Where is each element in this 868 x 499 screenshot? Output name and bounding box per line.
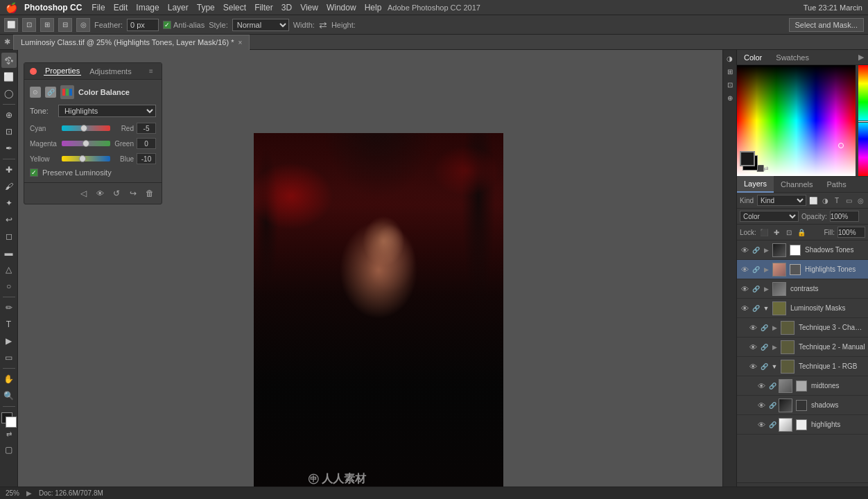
- layer-expand-technique2[interactable]: ▶: [770, 343, 779, 351]
- layer-eye-shadows[interactable]: 👁: [756, 401, 766, 410]
- apple-menu[interactable]: 🍎: [6, 2, 17, 13]
- tone-select[interactable]: Shadows Midtones Highlights: [58, 105, 156, 117]
- menu-filter[interactable]: Filter: [254, 3, 273, 12]
- swap-icon[interactable]: ⇄: [319, 19, 327, 30]
- layer-expand-technique3[interactable]: ▶: [770, 324, 779, 332]
- feather-input[interactable]: [127, 19, 159, 31]
- foreground-swatch[interactable]: [740, 151, 755, 166]
- tool-marquee[interactable]: ⬜: [1, 69, 17, 85]
- properties-close-btn[interactable]: [30, 68, 37, 75]
- color-picker-area[interactable]: ⬛ ⇄: [737, 65, 868, 176]
- tool-eraser[interactable]: ◻: [1, 229, 17, 244]
- lock-all-icon[interactable]: 🔒: [797, 227, 806, 237]
- layer-link-technique1[interactable]: 🔗: [760, 362, 768, 371]
- filter-shape-icon[interactable]: ▭: [844, 195, 853, 205]
- tool-gradient[interactable]: ▬: [1, 245, 17, 261]
- filter-select[interactable]: Kind: [757, 195, 806, 206]
- layer-item-technique2[interactable]: 👁 🔗 ▶ Technique 2 - Manual: [737, 338, 868, 357]
- switch-colors-icon[interactable]: ⇄: [763, 165, 769, 172]
- layer-expand-shadows-tones[interactable]: ▶: [762, 246, 770, 254]
- tab-color[interactable]: Color: [737, 50, 769, 65]
- document-tab[interactable]: Luminosiy Class.tif @ 25% (Highlights To…: [13, 35, 250, 50]
- tool-shape[interactable]: ▭: [1, 350, 17, 365]
- adj-icon-color-balance[interactable]: [60, 85, 74, 99]
- magenta-green-thumb[interactable]: [83, 140, 89, 147]
- adj-icon-2[interactable]: 🔗: [45, 87, 56, 98]
- layer-eye-contrasts[interactable]: 👁: [740, 284, 749, 294]
- yellow-blue-thumb[interactable]: [79, 155, 86, 162]
- footer-icon-eye[interactable]: 👁: [94, 187, 106, 200]
- layer-link-shadows-tones[interactable]: 🔗: [752, 246, 760, 254]
- screen-mode[interactable]: ▢: [1, 442, 17, 457]
- filter-smart-icon[interactable]: ◎: [856, 195, 865, 205]
- hue-bar[interactable]: [858, 65, 868, 176]
- layer-item-highlights[interactable]: 👁 🔗 highlights: [737, 415, 868, 435]
- tool-quick-select[interactable]: ⊕: [1, 107, 17, 123]
- rtool-2[interactable]: ⊞: [724, 66, 736, 77]
- canvas-area[interactable]: ㊥ 人人素材 Properties Adjustments ≡ ⊙: [18, 50, 722, 499]
- foreground-color[interactable]: [1, 412, 17, 428]
- lock-pixels-icon[interactable]: ⬛: [759, 227, 769, 237]
- menu-type[interactable]: Type: [197, 3, 215, 12]
- layer-eye-technique3[interactable]: 👁: [748, 323, 758, 333]
- tool-pen[interactable]: ✏: [1, 300, 17, 315]
- select-mask-btn[interactable]: Select and Mask...: [789, 18, 865, 32]
- tab-channels[interactable]: Channels: [774, 176, 819, 193]
- layer-item-highlights-tones[interactable]: 👁 🔗 ▶ Highlights Tones: [737, 260, 868, 279]
- layer-eye-technique1[interactable]: 👁: [748, 362, 758, 371]
- layer-eye-technique2[interactable]: 👁: [748, 342, 758, 352]
- tool-move[interactable]: [1, 53, 17, 68]
- tool-clone[interactable]: ✦: [1, 195, 17, 211]
- layer-expand-technique1[interactable]: ▼: [770, 362, 779, 371]
- layer-expand-contrasts[interactable]: ▶: [762, 285, 770, 293]
- rtool-1[interactable]: ◑: [724, 53, 736, 64]
- tool-heal[interactable]: ✚: [1, 162, 17, 177]
- layer-eye-highlights-tones[interactable]: 👁: [740, 265, 749, 274]
- cyan-red-value[interactable]: -5: [137, 123, 156, 134]
- tab-adjustments[interactable]: Adjustments: [88, 67, 133, 76]
- tab-paths[interactable]: Paths: [820, 176, 853, 193]
- tab-close-icon[interactable]: ×: [238, 39, 242, 46]
- menu-file[interactable]: File: [92, 3, 105, 12]
- layer-link-contrasts[interactable]: 🔗: [752, 285, 760, 293]
- rtool-3[interactable]: ⊡: [724, 79, 736, 90]
- tab-properties[interactable]: Properties: [44, 67, 81, 76]
- color-switch-icon[interactable]: ⇄: [6, 430, 12, 438]
- layer-link-midtones[interactable]: 🔗: [768, 382, 776, 390]
- blend-mode-select[interactable]: Color Normal Luminosity: [740, 211, 799, 222]
- layer-list[interactable]: 👁 🔗 ▶ Shadows Tones 👁 🔗 ▶ Highlights Ton…: [737, 240, 868, 482]
- menu-3d[interactable]: 3D: [281, 3, 292, 12]
- tool-lasso[interactable]: ◯: [1, 86, 17, 101]
- cyan-red-track[interactable]: [62, 125, 110, 131]
- tool-blur[interactable]: △: [1, 262, 17, 277]
- layer-item-shadows-tones[interactable]: 👁 🔗 ▶ Shadows Tones: [737, 240, 868, 260]
- cyan-red-thumb[interactable]: [80, 125, 87, 132]
- filter-pixel-icon[interactable]: ⬜: [808, 195, 818, 205]
- footer-icon-prev[interactable]: ◁: [77, 187, 89, 200]
- preserve-checkbox[interactable]: ✓: [30, 168, 38, 177]
- layer-item-luminosity-masks[interactable]: 👁 🔗 ▼ Luminosity Masks: [737, 299, 868, 318]
- menu-image[interactable]: Image: [136, 3, 159, 12]
- footer-icon-add[interactable]: ↪: [127, 187, 139, 200]
- tool-path-select[interactable]: ▶: [1, 333, 17, 349]
- tool-eyedropper[interactable]: ✒: [1, 141, 17, 156]
- layer-expand-luminosity-masks[interactable]: ▼: [762, 304, 770, 313]
- layer-eye-luminosity-masks[interactable]: 👁: [740, 304, 749, 313]
- layer-item-midtones[interactable]: 👁 🔗 midtones: [737, 376, 868, 396]
- tool-zoom[interactable]: 🔍: [1, 388, 17, 403]
- yellow-blue-value[interactable]: -10: [137, 153, 156, 164]
- menu-layer[interactable]: Layer: [168, 3, 189, 12]
- panel-menu-icon[interactable]: ≡: [146, 67, 156, 76]
- yellow-blue-track[interactable]: [62, 156, 110, 161]
- layer-expand-highlights-tones[interactable]: ▶: [762, 265, 770, 274]
- tool-dodge[interactable]: ○: [1, 279, 17, 294]
- layer-item-shadows[interactable]: 👁 🔗 shadows: [737, 396, 868, 415]
- footer-icon-reset[interactable]: ↺: [110, 187, 123, 200]
- lock-move-icon[interactable]: ✚: [772, 227, 781, 237]
- lock-artboard-icon[interactable]: ⊡: [784, 227, 794, 237]
- layer-link-shadows[interactable]: 🔗: [768, 401, 776, 410]
- tab-layers[interactable]: Layers: [737, 176, 774, 193]
- arrow-icon[interactable]: ▶: [26, 489, 32, 497]
- menu-help[interactable]: Help: [365, 3, 382, 12]
- menu-view[interactable]: View: [300, 3, 318, 12]
